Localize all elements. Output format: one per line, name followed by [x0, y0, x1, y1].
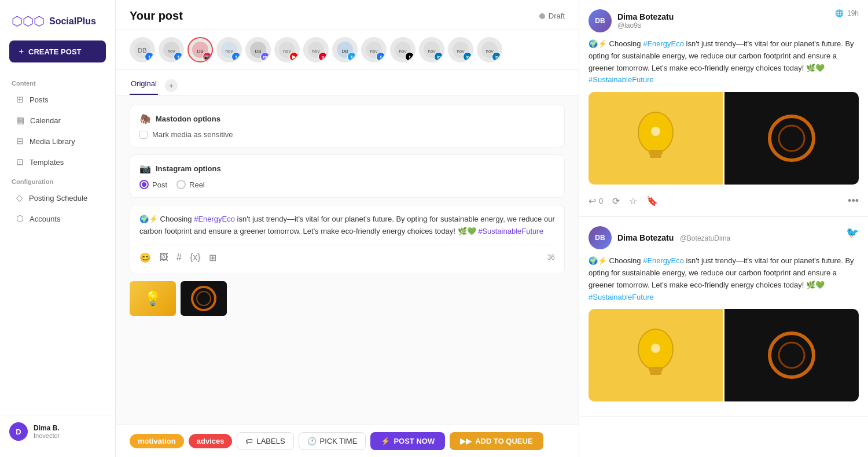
sidebar-item-posts[interactable]: ⊞ Posts	[5, 89, 111, 110]
account-icon-fb1[interactable]: DB f	[130, 37, 155, 62]
bookmark-icon-ma: 🔖	[646, 196, 658, 207]
bottom-bar: motivation advices 🏷 LABELS 🕐 PICK TIME …	[116, 425, 579, 457]
editor-header: Your post Draft	[116, 0, 579, 30]
grid-button[interactable]: ⊞	[209, 252, 216, 263]
tw-badge: t	[347, 52, 356, 61]
pick-time-button[interactable]: 🕐 PICK TIME	[299, 432, 366, 450]
svg-point-39	[779, 342, 804, 368]
li-badge-1: in	[434, 52, 443, 61]
tw-hashtag-1: #EnergyEco	[643, 256, 684, 265]
account-icon-fb2[interactable]: hov f	[159, 37, 184, 62]
mastodon-preview-images	[589, 92, 859, 185]
user-company: Inovector	[34, 432, 60, 439]
mastodon-meta: 🌐 19h	[835, 9, 859, 17]
mark-sensitive-row: Mark media as sensitive	[139, 130, 555, 139]
mark-sensitive-checkbox[interactable]	[139, 131, 148, 139]
user-name: Dima B.	[34, 424, 60, 432]
hashtag-button[interactable]: #	[176, 252, 182, 263]
clock-icon: 🕐	[307, 437, 317, 445]
calendar-icon: ▦	[16, 115, 24, 126]
account-icon-li2[interactable]: hov in	[448, 37, 473, 62]
text-toolbar: 😊 🖼 # {x} ⊞ 36	[139, 245, 555, 263]
tag-motivation[interactable]: motivation	[130, 434, 184, 448]
twitter-preview-text: 🌍⚡ Choosing #EnergyEco isn't just trendy…	[589, 255, 859, 303]
account-icon-fb4[interactable]: hov t	[390, 37, 415, 62]
svg-text:hov: hov	[370, 49, 378, 54]
mastodon-preview: DB Dima Botezatu @lao9s 🌐 19h 🌍⚡ Choosin…	[579, 0, 868, 217]
svg-point-27	[197, 292, 211, 305]
svg-point-32	[770, 116, 814, 160]
li-badge-2: in	[463, 52, 472, 61]
post-text-content[interactable]: 🌍⚡ Choosing #EnergyEco isn't just trendy…	[139, 213, 555, 238]
lightning-icon: ⚡	[381, 437, 390, 445]
image-button[interactable]: 🖼	[159, 252, 168, 263]
add-tab-button[interactable]: +	[165, 79, 178, 92]
emoji-button[interactable]: 😊	[139, 252, 151, 263]
twitter-indicator: 🐦	[846, 226, 859, 239]
sidebar-item-media-library[interactable]: ⊟ Media Library	[5, 131, 111, 152]
ma-badge: m	[260, 52, 270, 61]
sidebar-item-accounts[interactable]: ⬡ Accounts	[5, 208, 111, 229]
account-icon-fb3[interactable]: hov f	[216, 37, 242, 62]
svg-point-38	[770, 333, 814, 377]
sidebar-item-calendar[interactable]: ▦ Calendar	[5, 110, 111, 131]
radio-reel[interactable]: Reel	[176, 180, 205, 189]
tag-advices[interactable]: advices	[189, 434, 233, 448]
image-previews: 💡	[130, 281, 565, 316]
reply-button-ma[interactable]: ↩ 0	[589, 196, 603, 207]
avatar: D	[9, 422, 28, 441]
account-icon-yt1[interactable]: hov ▶	[274, 37, 300, 62]
account-icon-ma1[interactable]: DB m	[245, 37, 271, 62]
accounts-row: DB f hov f DB 📷 hov f DB m	[116, 30, 579, 70]
tab-original[interactable]: Original	[130, 76, 158, 95]
mastodon-user-details: Dima Botezatu @lao9s	[617, 12, 674, 30]
star-icon-ma: ☆	[629, 196, 637, 207]
svg-point-26	[192, 287, 215, 310]
account-icon-pi1[interactable]: hov p	[303, 37, 329, 62]
svg-text:hov: hov	[399, 49, 407, 54]
svg-text:hov: hov	[457, 49, 465, 54]
account-icon-li3[interactable]: hov in	[477, 37, 502, 62]
add-to-queue-button[interactable]: ▶▶ ADD TO QUEUE	[450, 432, 543, 450]
mastodon-user-name: Dima Botezatu	[617, 12, 674, 21]
plus-icon: ＋	[17, 46, 25, 57]
svg-rect-29	[649, 150, 663, 154]
svg-point-31	[651, 127, 660, 136]
repost-button-ma[interactable]: ⟳	[612, 196, 620, 207]
editor-body: 🦣 Mastodon options Mark media as sensiti…	[116, 95, 579, 425]
bookmark-button-ma[interactable]: 🔖	[646, 196, 658, 207]
sidebar-item-templates[interactable]: ⊡ Templates	[5, 152, 111, 172]
post-now-button[interactable]: ⚡ POST NOW	[370, 432, 445, 450]
star-button-ma[interactable]: ☆	[629, 196, 637, 207]
posts-icon: ⊞	[16, 94, 24, 105]
more-button-ma[interactable]: •••	[848, 195, 859, 207]
svg-text:DB: DB	[255, 49, 261, 54]
twitter-handle: @BotezatuDima	[680, 234, 731, 242]
radio-post[interactable]: Post	[139, 180, 167, 189]
account-icon-ig1[interactable]: DB 📷	[187, 37, 213, 62]
account-icon-tw1[interactable]: DB t	[332, 37, 358, 62]
sidebar: ⬡⬡⬡ SocialPlus ＋ CREATE POST Content ⊞ P…	[0, 0, 116, 457]
tabs-row: Original +	[116, 70, 579, 95]
queue-icon: ▶▶	[460, 437, 472, 445]
fb-badge-3: f	[231, 52, 241, 61]
tw-hashtag-2: #SustainableFuture	[589, 293, 654, 301]
ma-hashtag-2: #SustainableFuture	[589, 75, 654, 84]
twitter-user-name: Dima Botezatu	[617, 233, 674, 242]
create-post-button[interactable]: ＋ CREATE POST	[9, 40, 106, 62]
account-icon-yt2[interactable]: hov f	[361, 37, 387, 62]
svg-rect-35	[649, 367, 663, 371]
schedule-icon: ◇	[16, 193, 23, 203]
image-thumb-1[interactable]: 💡	[130, 281, 176, 316]
account-icon-li1[interactable]: hov in	[419, 37, 444, 62]
fb-badge-yt2: f	[376, 52, 385, 61]
logo: ⬡⬡⬡ SocialPlus	[0, 9, 115, 40]
variable-button[interactable]: {x}	[190, 252, 201, 263]
label-icon: 🏷	[245, 437, 253, 445]
post-text-card: 🌍⚡ Choosing #EnergyEco isn't just trendy…	[130, 205, 565, 274]
svg-rect-36	[650, 371, 661, 375]
labels-button[interactable]: 🏷 LABELS	[237, 432, 293, 450]
image-thumb-2[interactable]	[181, 281, 227, 316]
svg-text:hov: hov	[168, 49, 175, 54]
sidebar-item-posting-schedule[interactable]: ◇ Posting Schedule	[5, 187, 111, 208]
